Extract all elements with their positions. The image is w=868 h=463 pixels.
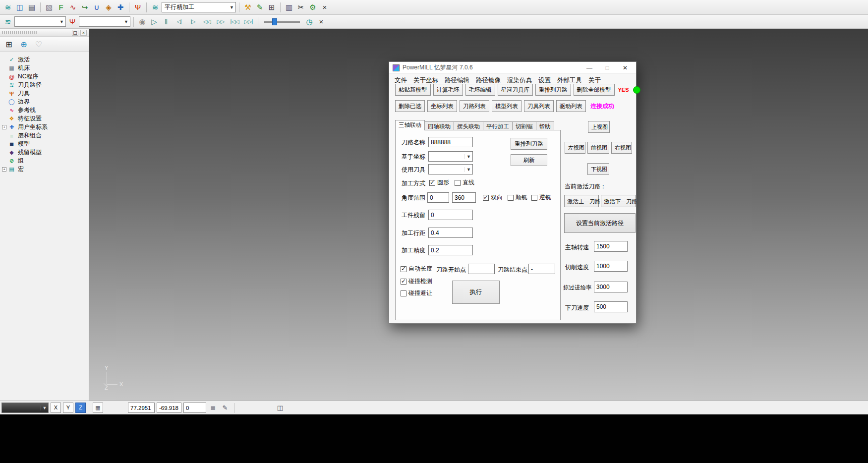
view-front-button[interactable]: 前视图 [587, 142, 609, 154]
stock-allowance-input[interactable] [428, 210, 473, 220]
paste-new-model-button[interactable]: 粘贴新模型 [395, 84, 431, 96]
model-list-button[interactable]: 模型列表 [492, 100, 521, 112]
stepover-input[interactable] [428, 228, 473, 238]
line-checkbox[interactable]: 直线 [455, 179, 474, 186]
play-icon[interactable]: ▷ [149, 16, 160, 27]
rearrange-toolpaths-button-2[interactable]: 重排列刀路 [511, 138, 547, 150]
expand-toggle[interactable]: + [2, 125, 6, 129]
save-icon[interactable]: ◫ [14, 2, 25, 13]
tab-tilt-head[interactable]: 摆头联动 [454, 121, 483, 130]
block-icon[interactable]: ▧ [44, 2, 55, 13]
tree-item-macros[interactable]: + ▤ 宏 [1, 165, 88, 174]
skip-to-end-icon[interactable]: ▷▷| [242, 16, 255, 27]
slider-handle[interactable] [272, 18, 277, 25]
axis-z-button[interactable]: Z [75, 403, 86, 413]
strategies-icon[interactable]: ≋ [150, 2, 161, 13]
drive-list-button[interactable]: 驱动列表 [556, 100, 586, 112]
close-button[interactable]: ✕ [618, 63, 633, 73]
execute-button[interactable]: 执行 [452, 281, 500, 304]
list-icon[interactable]: ≣ [208, 404, 218, 411]
rewind-icon[interactable]: ◁◁ [200, 16, 213, 27]
panel-close-icon[interactable]: × [80, 30, 87, 36]
tab-3axis[interactable]: 三轴联动 [395, 120, 425, 130]
tree-view-icon[interactable]: ⊞ [3, 39, 14, 50]
view-bottom-button[interactable]: 下视图 [587, 163, 609, 175]
expand-toggle[interactable]: + [2, 167, 6, 172]
tool-icon[interactable]: Ψ [132, 2, 143, 13]
clock-icon[interactable]: ◷ [304, 16, 315, 27]
end-point-input[interactable] [528, 264, 555, 274]
stats-icon[interactable]: ▥ [284, 2, 294, 13]
wrench-icon[interactable]: ⚒ [242, 2, 253, 13]
tab-help[interactable]: 帮助 [536, 121, 554, 130]
activate-next-toolpath-button[interactable]: 激活下一刀路 [601, 195, 636, 207]
view-right-button[interactable]: 右视图 [611, 142, 632, 154]
tree-item-groups[interactable]: ⊘ 组 [1, 157, 88, 165]
tree-item-models[interactable]: ◼ 模型 [1, 140, 88, 148]
panel-grip[interactable] [2, 31, 37, 34]
toolpath-dropdown[interactable]: ▼ [14, 16, 66, 27]
pen-icon[interactable]: ✎ [220, 404, 230, 411]
toolpath-list-button[interactable]: 刀路列表 [460, 100, 489, 112]
globe-icon[interactable]: ⊕ [18, 39, 29, 50]
grid-icon[interactable]: ▦ [93, 403, 103, 413]
sim-speed-slider[interactable] [264, 17, 300, 26]
leads-links-icon[interactable]: ↪ [79, 2, 90, 13]
bidirectional-checkbox[interactable]: 双向 [483, 194, 503, 201]
tab-4axis[interactable]: 四轴联动 [424, 121, 454, 130]
angle-to-input[interactable] [452, 192, 476, 203]
tab-saw[interactable]: 切割锯 [512, 121, 536, 130]
status-combo[interactable]: ▼ [1, 403, 49, 413]
tree-item-feature-sets[interactable]: ❖ 特征设置 [1, 115, 88, 123]
angle-from-input[interactable] [427, 192, 449, 203]
device-icon[interactable]: ◫ [275, 404, 285, 411]
calculator-icon[interactable]: ⊞ [266, 2, 277, 13]
workplane-icon[interactable]: ✚ [115, 2, 126, 13]
start-point-input[interactable] [468, 264, 495, 274]
base-coord-dropdown[interactable]: ▼ [428, 151, 473, 162]
collision-avoid-checkbox[interactable]: 碰撞避让 [401, 289, 432, 297]
pattern-icon[interactable]: ◈ [103, 2, 114, 13]
maximize-button[interactable]: □ [600, 63, 615, 73]
dialog-titlebar[interactable]: PowerMILL 忆梦星河 7.0.6 — □ ✕ [389, 62, 636, 74]
calc-block-button[interactable]: 计算毛坯 [433, 84, 463, 96]
rearrange-toolpaths-button[interactable]: 重排列刀路 [535, 84, 571, 96]
edit-icon[interactable]: ✎ [254, 2, 265, 13]
tree-item-stock-models[interactable]: ◆ 残留模型 [1, 148, 88, 157]
plunge-feed-input[interactable] [594, 301, 628, 312]
toolbar-close-icon[interactable]: × [319, 2, 330, 13]
tab-parallel[interactable]: 平行加工 [483, 121, 513, 130]
tree-item-toolpaths[interactable]: ≋ 刀具路径 [1, 81, 88, 89]
bulb-icon[interactable]: ◉ [137, 16, 148, 27]
coord-z-input[interactable] [183, 403, 206, 413]
conventional-checkbox[interactable]: 逆铣 [531, 194, 551, 201]
view-top-button[interactable]: 上视图 [588, 121, 610, 133]
tool-library-button[interactable]: 星河刀具库 [498, 84, 533, 96]
cutting-feed-input[interactable] [594, 261, 628, 272]
coord-list-button[interactable]: 坐标列表 [427, 100, 457, 112]
layers-icon[interactable]: ≋ [2, 16, 13, 27]
coord-y-input[interactable] [157, 403, 181, 413]
panel-pin-icon[interactable]: ⊡ [72, 30, 78, 36]
feedrate-icon[interactable]: F [56, 2, 66, 13]
axis-y-button[interactable]: Y [63, 403, 73, 413]
gears-icon[interactable]: ⚙ [307, 2, 318, 13]
tolerance-input[interactable] [428, 245, 473, 255]
step-back-icon[interactable]: ◁| [173, 16, 185, 27]
tree-item-boundaries[interactable]: ◯ 边界 [1, 98, 88, 106]
axis-x-button[interactable]: X [51, 403, 61, 413]
favorites-icon[interactable]: ♡ [33, 39, 44, 50]
tool-dropdown[interactable]: ▼ [79, 16, 130, 27]
tree-item-tools[interactable]: Ψ 刀具 [1, 89, 88, 98]
skim-feed-input[interactable] [594, 282, 628, 292]
tree-item-workplanes[interactable]: + ✚ 用户坐标系 [1, 123, 88, 131]
coord-x-input[interactable] [128, 403, 155, 413]
block-edit-button[interactable]: 毛坯编辑 [465, 84, 495, 96]
pause-icon[interactable]: ‖ [161, 16, 172, 27]
climb-checkbox[interactable]: 顺铣 [508, 194, 527, 201]
boundary-icon[interactable]: ∪ [91, 2, 102, 13]
strategy-dropdown[interactable]: 平行精加工 ▼ [162, 2, 236, 12]
tree-item-levels-sets[interactable]: ≡ 层和组合 [1, 131, 88, 140]
view-left-button[interactable]: 左视图 [565, 142, 585, 154]
tool-list-button[interactable]: 刀具列表 [524, 100, 554, 112]
